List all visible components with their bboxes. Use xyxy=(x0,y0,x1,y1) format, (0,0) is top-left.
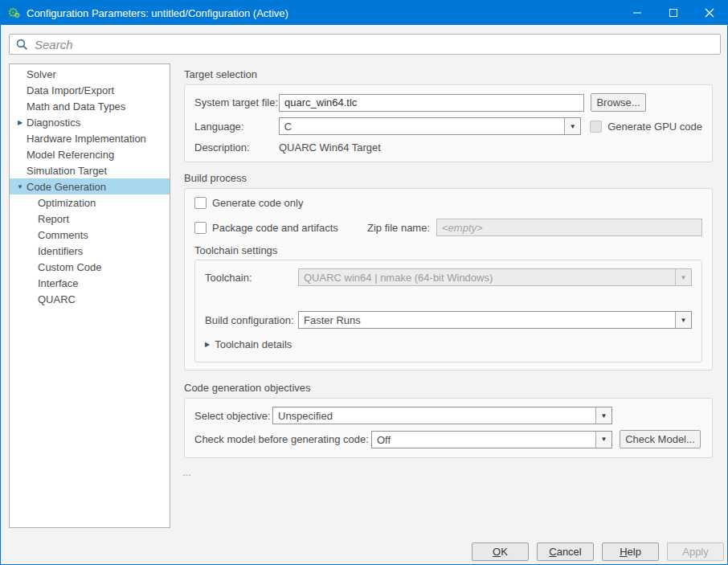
tree-label: Report xyxy=(38,213,69,225)
tree-label: Diagnostics xyxy=(27,117,80,129)
sidebar-item-hardware-implementation[interactable]: Hardware Implementation xyxy=(10,130,170,146)
system-target-file-input[interactable] xyxy=(279,94,584,112)
tree-label: Comments xyxy=(38,229,88,241)
cancel-key: C xyxy=(549,546,556,558)
target-selection-title: Target selection xyxy=(184,68,713,80)
language-label: Language: xyxy=(194,121,279,133)
gear-small-icon: ⚙ xyxy=(14,12,20,19)
sidebar-item-code-generation[interactable]: ▼ Code Generation xyxy=(10,178,170,194)
search-box[interactable] xyxy=(9,34,721,55)
chevron-down-icon[interactable]: ▼ xyxy=(15,178,25,194)
objectives-group: Select objective: Unspecified ▼ Check mo… xyxy=(184,398,713,458)
zip-file-name-label: Zip file name: xyxy=(367,222,436,234)
generate-code-only-label: Generate code only xyxy=(212,197,303,209)
maximize-button[interactable] xyxy=(655,1,691,25)
simulink-settings-icon: ⚙ ⚙ xyxy=(1,1,25,25)
help-key: H xyxy=(620,546,627,558)
chevron-down-icon: ▼ xyxy=(675,269,691,285)
target-selection-group: System target file: Browse... Language: … xyxy=(184,84,713,162)
toolchain-label: Toolchain: xyxy=(205,272,298,284)
sidebar-item-custom-code[interactable]: Custom Code xyxy=(10,259,170,275)
sidebar-item-identifiers[interactable]: Identifiers xyxy=(10,243,170,259)
sidebar-item-report[interactable]: Report xyxy=(10,211,170,227)
package-code-label: Package code and artifacts xyxy=(212,222,338,234)
toolchain-details-toggle[interactable]: ▶ Toolchain details xyxy=(205,338,692,350)
check-model-dropdown[interactable]: Off ▼ xyxy=(371,431,612,448)
check-model-button[interactable]: Check Model... xyxy=(620,430,701,448)
build-configuration-label: Build configuration: xyxy=(205,314,298,326)
sidebar-item-optimization[interactable]: Optimization xyxy=(10,194,170,211)
select-objective-value: Unspecified xyxy=(273,407,595,424)
minimize-icon xyxy=(632,8,642,18)
configuration-parameters-dialog: ⚙ ⚙ Configuration Parameters: untitled/C… xyxy=(0,0,728,565)
build-process-group: Generate code only Package code and arti… xyxy=(184,188,713,371)
build-configuration-dropdown[interactable]: Faster Runs ▼ xyxy=(298,311,692,329)
chevron-down-icon[interactable]: ▼ xyxy=(595,432,611,448)
tree-label: Model Referencing xyxy=(27,149,114,161)
cancel-button[interactable]: Cancel xyxy=(537,542,594,561)
sidebar-item-diagnostics[interactable]: ▶ Diagnostics xyxy=(10,114,170,130)
generate-gpu-code-label: Generate GPU code xyxy=(607,121,702,133)
check-model-value: Off xyxy=(372,432,595,448)
tree-label: Data Import/Export xyxy=(27,84,114,96)
tree-label: Custom Code xyxy=(38,261,101,273)
ok-rest: K xyxy=(501,546,508,558)
category-tree: Solver Data Import/Export Math and Data … xyxy=(9,63,170,528)
language-dropdown[interactable]: C ▼ xyxy=(279,117,581,135)
sidebar-item-quarc[interactable]: QUARC xyxy=(10,291,170,307)
cancel-rest: ancel xyxy=(557,546,582,558)
toolchain-value: QUARC win64 | nmake (64-bit Windows) xyxy=(299,269,675,285)
system-target-file-label: System target file: xyxy=(194,96,279,108)
generate-gpu-code-checkbox xyxy=(590,121,602,133)
browse-button[interactable]: Browse... xyxy=(591,93,646,112)
sidebar-item-simulation-target[interactable]: Simulation Target xyxy=(10,162,170,178)
maximize-icon xyxy=(669,8,678,18)
sidebar-item-model-referencing[interactable]: Model Referencing xyxy=(10,146,170,162)
toolchain-settings-group: Toolchain: QUARC win64 | nmake (64-bit W… xyxy=(194,260,702,362)
sidebar-item-interface[interactable]: Interface xyxy=(10,275,170,291)
search-input[interactable] xyxy=(35,38,714,51)
tree-label: Identifiers xyxy=(38,245,83,257)
minimize-button[interactable] xyxy=(619,1,655,25)
toolchain-details-label: Toolchain details xyxy=(215,338,292,350)
sidebar-item-data-import-export[interactable]: Data Import/Export xyxy=(10,82,170,98)
apply-button: Apply xyxy=(667,542,724,561)
sidebar-item-solver[interactable]: Solver xyxy=(10,66,170,82)
tree-label: Simulation Target xyxy=(27,165,107,177)
description-value: QUARC Win64 Target xyxy=(279,141,381,154)
sidebar-item-comments[interactable]: Comments xyxy=(10,227,170,243)
tree-label: Hardware Implementation xyxy=(27,133,146,145)
window-title: Configuration Parameters: untitled/Confi… xyxy=(25,7,619,19)
build-process-title: Build process xyxy=(184,172,713,184)
tree-label: Solver xyxy=(27,68,56,80)
tree-label: Math and Data Types xyxy=(27,100,125,113)
close-button[interactable] xyxy=(691,1,727,25)
chevron-down-icon[interactable]: ▼ xyxy=(675,312,691,328)
chevron-down-icon[interactable]: ▼ xyxy=(564,118,580,134)
ok-button[interactable]: OK xyxy=(472,542,529,561)
help-button[interactable]: Help xyxy=(602,542,659,561)
settings-panel: Target selection System target file: Bro… xyxy=(179,63,713,478)
check-model-label: Check model before generating code: xyxy=(194,433,371,445)
chevron-right-icon[interactable]: ▶ xyxy=(205,341,210,348)
sidebar-item-math-and-data-types[interactable]: Math and Data Types xyxy=(10,98,170,114)
search-icon xyxy=(16,39,28,51)
titlebar: ⚙ ⚙ Configuration Parameters: untitled/C… xyxy=(1,1,727,25)
select-objective-dropdown[interactable]: Unspecified ▼ xyxy=(272,407,612,424)
toolchain-dropdown: QUARC win64 | nmake (64-bit Windows) ▼ xyxy=(298,268,692,286)
tree-label: Optimization xyxy=(38,197,96,209)
toolchain-settings-title: Toolchain settings xyxy=(194,244,702,256)
chevron-right-icon[interactable]: ▶ xyxy=(15,114,25,130)
build-configuration-value: Faster Runs xyxy=(299,312,675,328)
tree-label: QUARC xyxy=(38,293,76,305)
tree-label: Interface xyxy=(38,277,79,289)
description-label: Description: xyxy=(194,141,279,154)
ok-key: O xyxy=(493,546,501,558)
chevron-down-icon[interactable]: ▼ xyxy=(595,407,611,424)
select-objective-label: Select objective: xyxy=(194,410,272,422)
objectives-title: Code generation objectives xyxy=(184,382,713,394)
package-code-checkbox[interactable] xyxy=(194,222,207,234)
close-icon xyxy=(705,8,714,18)
generate-code-only-checkbox[interactable] xyxy=(194,197,207,209)
zip-file-name-input xyxy=(436,219,702,236)
